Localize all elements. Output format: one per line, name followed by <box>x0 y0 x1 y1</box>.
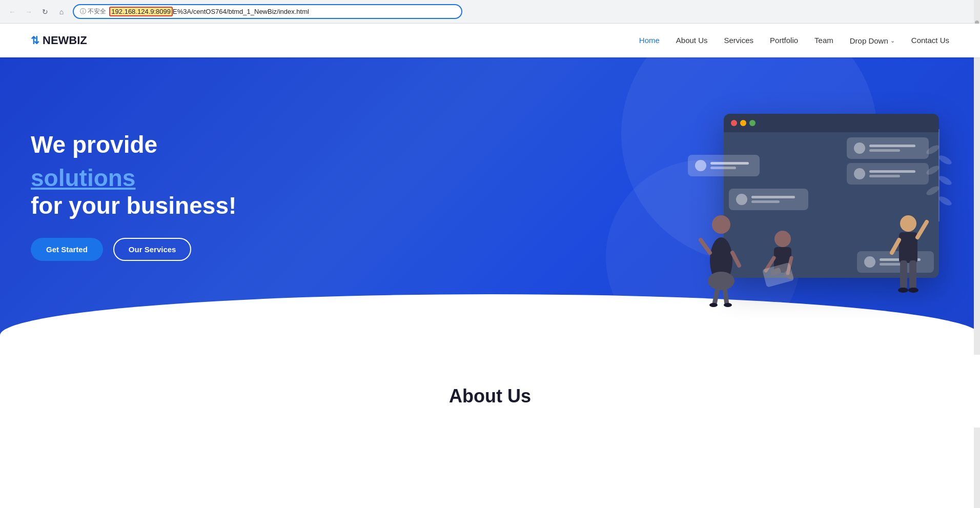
nav-link-dropdown[interactable]: Drop Down ⌄ <box>850 36 895 45</box>
nav-links: Home About Us Services Portfolio Team Dr… <box>639 36 949 45</box>
mock-browser-bar <box>724 114 939 132</box>
our-services-button[interactable]: Our Services <box>113 238 192 261</box>
browser-toolbar: ← → ↻ ⌂ ⓘ 不安全 192.168.124.9:8099E%3A/cen… <box>0 0 980 23</box>
svg-line-3 <box>732 253 739 266</box>
url-ip-port: 192.168.124.9:8099 <box>109 7 173 16</box>
nav-item-dropdown: Drop Down ⌄ <box>850 36 895 45</box>
person-man <box>888 209 929 314</box>
svg-point-23 <box>908 288 918 293</box>
nav-link-about[interactable]: About Us <box>676 36 708 45</box>
svg-point-0 <box>712 215 730 234</box>
nav-item-about: About Us <box>676 36 708 45</box>
svg-point-30 <box>937 195 953 207</box>
back-button[interactable]: ← <box>5 5 19 19</box>
chat-card-3 <box>729 189 808 210</box>
svg-line-19 <box>892 240 899 253</box>
mock-dot-yellow <box>740 120 746 126</box>
chat-line-1b <box>869 149 900 152</box>
svg-point-28 <box>937 174 953 187</box>
chat-avatar-1 <box>854 143 865 154</box>
mock-dot-green <box>749 120 756 126</box>
svg-point-4 <box>708 272 734 290</box>
nav-buttons: ← → ↻ ⌂ <box>5 5 69 19</box>
address-bar[interactable]: ⓘ 不安全 192.168.124.9:8099E%3A/centOS764/b… <box>73 4 462 19</box>
svg-point-8 <box>724 303 732 307</box>
nav-link-team[interactable]: Team <box>814 36 833 45</box>
navbar: ⇅ NEWBIZ Home About Us Services Portfoli… <box>0 24 980 57</box>
svg-line-5 <box>714 289 718 304</box>
svg-point-9 <box>774 231 791 247</box>
nav-item-portfolio: Portfolio <box>770 36 798 45</box>
chat-card-2 <box>847 163 929 185</box>
float-avatar-left <box>695 160 706 171</box>
nav-item-contact: Contact Us <box>911 36 949 45</box>
chat-avatar-3 <box>736 194 747 205</box>
security-indicator: ⓘ 不安全 <box>80 7 106 16</box>
hero-title-line3: for your business! <box>31 192 683 219</box>
logo-icon: ⇅ <box>31 34 39 47</box>
mock-dot-red <box>731 120 737 126</box>
chat-line-2b <box>869 175 900 177</box>
plant-decoration <box>924 119 954 223</box>
hero-illustration <box>683 88 949 303</box>
svg-line-2 <box>701 240 710 253</box>
hero-title-line2: solutions <box>31 164 683 192</box>
forward-button[interactable]: → <box>22 5 36 19</box>
logo-text: NEWBIZ <box>43 34 87 47</box>
nav-link-services[interactable]: Services <box>724 36 754 45</box>
chat-line-3b <box>751 200 780 203</box>
nav-link-contact[interactable]: Contact Us <box>911 36 949 45</box>
float-lines-left <box>710 162 749 169</box>
chat-line-1a <box>869 145 915 147</box>
float-line-1a <box>710 162 749 165</box>
url-path: E%3A/centOS764/btmd_1_NewBiz/index.html <box>173 8 309 15</box>
get-started-button[interactable]: Get Started <box>31 238 103 261</box>
chat-avatar-4 <box>864 256 875 268</box>
chat-lines-1 <box>869 145 915 152</box>
chat-lines-3 <box>751 196 795 203</box>
chat-card-1 <box>847 137 929 159</box>
nav-link-home[interactable]: Home <box>639 36 660 45</box>
chevron-down-icon: ⌄ <box>890 37 895 44</box>
svg-point-25 <box>925 144 941 156</box>
reload-button[interactable]: ↻ <box>38 5 52 19</box>
svg-rect-17 <box>899 232 917 263</box>
svg-line-6 <box>725 289 727 304</box>
svg-point-26 <box>937 154 953 166</box>
hero-section: We provide solutions for your business! … <box>0 57 980 355</box>
svg-point-7 <box>709 303 718 307</box>
dropdown-label: Drop Down <box>850 36 888 45</box>
hero-title-line1: We provide <box>31 131 683 159</box>
hero-content: We provide solutions for your business! … <box>31 131 683 261</box>
logo[interactable]: ⇅ NEWBIZ <box>31 34 87 47</box>
svg-line-18 <box>917 222 927 237</box>
svg-rect-21 <box>909 260 916 289</box>
nav-link-portfolio[interactable]: Portfolio <box>770 36 798 45</box>
person-sitting <box>760 225 806 309</box>
nav-item-home: Home <box>639 36 660 45</box>
browser-chrome: ← → ↻ ⌂ ⓘ 不安全 192.168.124.9:8099E%3A/cen… <box>0 0 980 24</box>
svg-rect-20 <box>900 260 907 289</box>
home-button[interactable]: ⌂ <box>54 5 69 19</box>
svg-point-22 <box>898 288 908 293</box>
chat-line-2a <box>869 170 915 173</box>
url-display: 192.168.124.9:8099E%3A/centOS764/btmd_1_… <box>109 8 455 15</box>
chat-lines-2 <box>869 170 915 177</box>
float-line-1b <box>710 167 736 169</box>
chat-avatar-2 <box>854 168 865 179</box>
page-wrapper: ⇅ NEWBIZ Home About Us Services Portfoli… <box>0 24 980 428</box>
hero-buttons: Get Started Our Services <box>31 238 683 261</box>
chat-line-3a <box>751 196 795 198</box>
float-card-left <box>688 155 760 176</box>
about-section-preview: About Us <box>0 355 980 428</box>
nav-item-services: Services <box>724 36 754 45</box>
nav-item-team: Team <box>814 36 833 45</box>
svg-point-29 <box>925 185 941 197</box>
svg-point-27 <box>925 164 941 176</box>
svg-point-16 <box>900 215 916 232</box>
about-title: About Us <box>31 385 949 407</box>
person-woman <box>698 209 744 314</box>
